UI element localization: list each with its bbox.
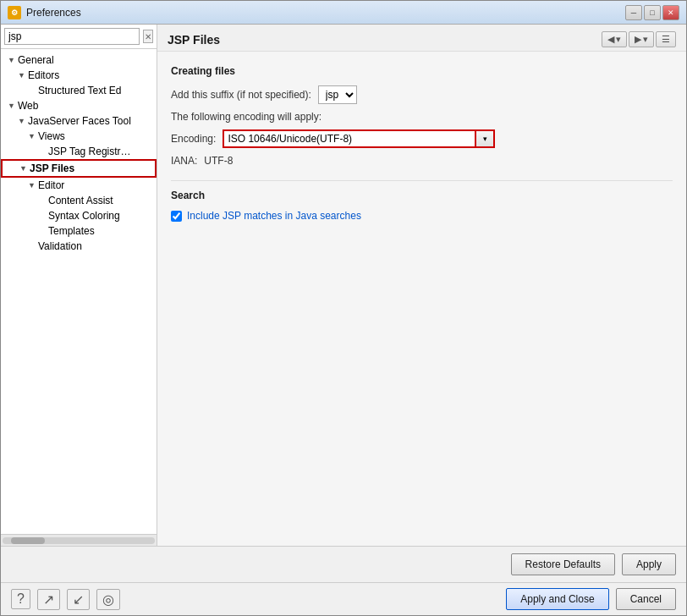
encoding-section-label: The following encoding will apply: (171, 111, 322, 123)
maximize-button[interactable]: □ (644, 5, 661, 20)
window-controls: ─ □ ✕ (625, 5, 679, 20)
suffix-label: Add this suffix (if not specified): (171, 89, 311, 101)
checkbox-row: Include JSP matches in Java searches (171, 210, 673, 222)
expand-icon-structured (28, 86, 36, 95)
expand-icon-editors: ▼ (18, 71, 26, 80)
encoding-row: Encoding: ▾ (171, 129, 673, 148)
tree-item-label-web: Web (18, 100, 38, 112)
title-bar: ⚙ Preferences ─ □ ✕ (1, 1, 686, 25)
help-icon[interactable]: ? (11, 589, 30, 609)
apply-and-close-button[interactable]: Apply and Close (506, 588, 608, 610)
search-clear-button[interactable]: ✕ (143, 30, 153, 43)
bottom-left-icons: ? ↗ ↙ ◎ (11, 589, 120, 610)
preferences-icon[interactable]: ◎ (96, 589, 120, 610)
tree-item-label-validation: Validation (38, 240, 82, 252)
tree-item-editors[interactable]: ▼ Editors (1, 68, 157, 83)
expand-icon-syntax-coloring (38, 212, 47, 220)
bottom-area: Restore Defaults Apply ? ↗ ↙ ◎ Apply and… (1, 546, 686, 615)
encoding-label: Encoding: (171, 133, 216, 145)
tree-item-structured-text[interactable]: Structured Text Ed (1, 83, 157, 98)
import-icon[interactable]: ↙ (67, 589, 90, 610)
tree-item-syntax-coloring[interactable]: Syntax Coloring (1, 208, 157, 223)
tree-item-label-content-assist: Content Assist (48, 195, 113, 206)
expand-icon-validation (28, 242, 36, 250)
tree-item-content-assist[interactable]: Content Assist (1, 193, 157, 208)
expand-icon-jsp-files: ▼ (19, 164, 28, 173)
right-header: JSP Files ◀ ▾ ▶ ▾ ☰ (157, 25, 686, 52)
tree-item-label-javaserver: JavaServer Faces Tool (28, 115, 131, 127)
scrollbar-thumb[interactable] (11, 537, 45, 544)
creating-files-section: Creating files (171, 65, 673, 77)
preferences-window: ⚙ Preferences ─ □ ✕ ✕ ▼ General ▼ (0, 0, 687, 616)
tree-item-jsp-tag-registry[interactable]: JSP Tag Registr… (1, 144, 157, 159)
expand-icon-editor: ▼ (28, 181, 36, 190)
expand-icon-javaserver: ▼ (18, 117, 26, 125)
right-panel: JSP Files ◀ ▾ ▶ ▾ ☰ Creating fil (157, 25, 686, 546)
expand-icon-templates (38, 227, 47, 235)
export-icon[interactable]: ↗ (37, 589, 60, 610)
tree-item-templates[interactable]: Templates (1, 223, 157, 239)
right-body: Creating files Add this suffix (if not s… (157, 52, 686, 546)
tree-item-label-templates: Templates (48, 225, 95, 237)
tree-item-editor[interactable]: ▼ Editor (1, 178, 157, 193)
tree-item-views[interactable]: ▼ Views (1, 129, 157, 144)
window-icon: ⚙ (8, 6, 21, 19)
iana-row: IANA: UTF-8 (171, 155, 673, 167)
expand-icon-general: ▼ (8, 56, 16, 64)
cancel-button[interactable]: Cancel (616, 588, 676, 610)
tree-item-validation[interactable]: Validation (1, 239, 157, 254)
back-icon: ◀ (607, 34, 614, 45)
bottom-row-buttons-top: Restore Defaults Apply (1, 547, 686, 582)
expand-icon-tag-registry (38, 147, 47, 156)
bottom-right-buttons: Apply and Close Cancel (506, 588, 676, 610)
minimize-button[interactable]: ─ (625, 5, 642, 20)
search-bar: ✕ (1, 25, 157, 49)
left-panel: ✕ ▼ General ▼ Editors Structured Text Ed… (1, 25, 157, 546)
search-input[interactable] (4, 28, 140, 45)
tree-item-label-views: Views (38, 130, 65, 142)
close-button[interactable]: ✕ (662, 5, 679, 20)
forward-button[interactable]: ▶ ▾ (629, 31, 654, 47)
horizontal-scrollbar[interactable] (1, 534, 157, 546)
encoding-dropdown-button[interactable]: ▾ (476, 129, 495, 148)
menu-icon: ☰ (662, 34, 670, 45)
restore-defaults-button[interactable]: Restore Defaults (511, 553, 615, 575)
tree-item-label-syntax-coloring: Syntax Coloring (48, 210, 120, 222)
expand-icon-content-assist (38, 196, 47, 205)
nav-buttons: ◀ ▾ ▶ ▾ ☰ (602, 31, 676, 47)
suffix-select[interactable]: jsp (318, 85, 357, 104)
scrollbar-track (3, 537, 155, 544)
apply-button[interactable]: Apply (622, 553, 676, 575)
panel-title: JSP Files (168, 33, 220, 47)
include-jsp-checkbox[interactable] (171, 211, 182, 222)
tree-item-label-jsp-files: JSP Files (30, 162, 74, 174)
separator (171, 180, 673, 181)
tree-item-web[interactable]: ▼ Web (1, 98, 157, 113)
tree-item-label-general: General (18, 54, 54, 66)
bottom-row-main: ? ↗ ↙ ◎ Apply and Close Cancel (1, 582, 686, 615)
tree-item-label-tag-registry: JSP Tag Registr… (48, 146, 131, 157)
encoding-container: ▾ (223, 129, 495, 148)
iana-label: IANA: (171, 155, 197, 167)
tree-view: ▼ General ▼ Editors Structured Text Ed ▼… (1, 49, 157, 534)
tree-item-javaserver[interactable]: ▼ JavaServer Faces Tool (1, 113, 157, 129)
tree-item-jsp-files[interactable]: ▼ JSP Files (1, 159, 157, 178)
tree-item-label-structured: Structured Text Ed (38, 85, 122, 96)
encoding-input[interactable] (223, 129, 476, 148)
iana-value: UTF-8 (204, 155, 233, 167)
back-dropdown-icon: ▾ (616, 34, 621, 45)
menu-button[interactable]: ☰ (656, 31, 676, 47)
forward-icon: ▶ (635, 34, 641, 45)
expand-icon-views: ▼ (28, 132, 36, 140)
forward-dropdown-icon: ▾ (643, 34, 648, 45)
suffix-row: Add this suffix (if not specified): jsp (171, 85, 673, 104)
include-jsp-label[interactable]: Include JSP matches in Java searches (187, 210, 361, 222)
search-section: Search (171, 190, 673, 201)
main-content: ✕ ▼ General ▼ Editors Structured Text Ed… (1, 25, 686, 546)
tree-item-label-editors: Editors (28, 69, 59, 81)
expand-icon-web: ▼ (8, 102, 16, 110)
tree-item-general[interactable]: ▼ General (1, 52, 157, 68)
back-button[interactable]: ◀ ▾ (602, 31, 627, 47)
window-title: Preferences (26, 7, 625, 19)
tree-item-label-editor: Editor (38, 179, 64, 191)
